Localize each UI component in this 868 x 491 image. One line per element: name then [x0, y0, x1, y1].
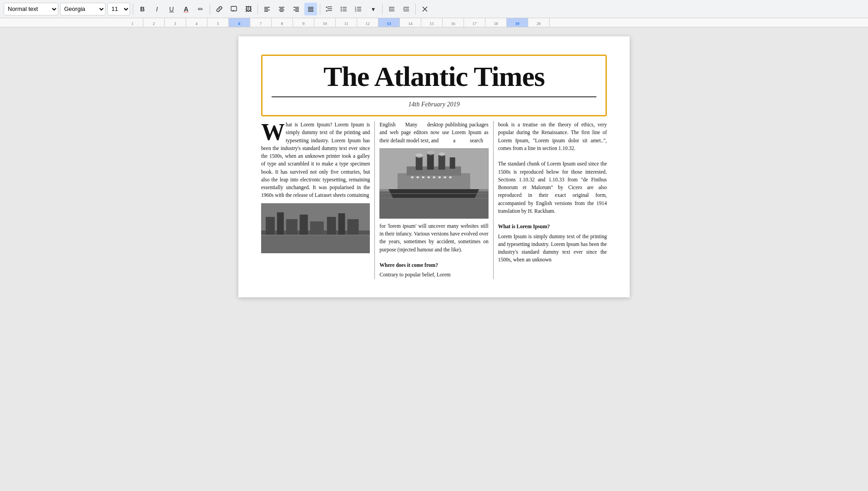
align-right-icon [293, 5, 300, 13]
line-spacing-icon [326, 5, 333, 13]
svg-rect-53 [338, 213, 345, 235]
ruler-tick: 5 [207, 18, 229, 27]
ruler-tick: 15 [421, 18, 443, 27]
svg-rect-73 [428, 176, 430, 178]
ruler-tick: 10 [314, 18, 336, 27]
col2-text2: for 'lorem ipsum' will uncover many webs… [379, 222, 488, 254]
ruler: 1 2 3 4 5 6 7 8 9 10 11 12 13 14 15 16 1… [0, 18, 868, 27]
indent-increase-icon [403, 5, 410, 13]
indent-increase-button[interactable] [400, 3, 413, 15]
insert-comment-button[interactable] [227, 3, 240, 15]
ruler-tick: 17 [464, 18, 485, 27]
font-select[interactable]: Georgia [60, 3, 106, 15]
font-color-button[interactable]: A [180, 3, 192, 15]
svg-point-68 [427, 150, 434, 155]
drop-cap: W [261, 123, 285, 142]
underline-button[interactable]: U [165, 3, 178, 15]
svg-point-27 [341, 8, 342, 9]
col2-text4: Contrary to popular belief, Lorem [379, 271, 488, 279]
bold-button[interactable]: B [136, 3, 149, 15]
column-2: English Many desktop publishing packages… [376, 121, 492, 279]
svg-marker-42 [404, 8, 405, 10]
svg-rect-52 [327, 217, 336, 235]
style-select[interactable]: Normal text [4, 3, 58, 15]
divider-4 [320, 4, 320, 15]
align-center-icon [278, 5, 285, 13]
bullets-button[interactable] [338, 3, 350, 15]
harbor-image [261, 203, 370, 253]
ruler-tick: 14 [400, 18, 421, 27]
ruler-tick: 4 [186, 18, 207, 27]
document-page[interactable]: The Atlantic Times 14th February 2019 Wh… [238, 36, 630, 297]
ruler-tick: 3 [165, 18, 186, 27]
bullets-icon [340, 5, 348, 13]
toolbar: Normal text Georgia 11 B I U A ✏ 🖼 123 ▾ [0, 0, 868, 18]
size-select[interactable]: 11 [107, 3, 130, 15]
column-1: What is Lorem Ipsum? Lorem Ipsum is simp… [261, 121, 373, 279]
ship-svg [379, 148, 488, 219]
col2-ship-image [379, 148, 488, 219]
svg-text:3: 3 [355, 10, 357, 12]
more-list-button[interactable]: ▾ [367, 3, 379, 15]
svg-point-69 [439, 152, 445, 156]
svg-rect-51 [310, 221, 324, 235]
svg-rect-72 [422, 176, 424, 178]
svg-rect-63 [416, 156, 423, 170]
col1-text: What is Lorem Ipsum? Lorem Ipsum is simp… [261, 121, 370, 200]
columns-wrapper: What is Lorem Ipsum? Lorem Ipsum is simp… [261, 121, 607, 279]
italic-button[interactable]: I [151, 3, 163, 15]
align-left-icon [263, 5, 271, 13]
divider-6 [415, 4, 416, 15]
svg-rect-55 [261, 235, 370, 253]
line-spacing-button[interactable] [323, 3, 336, 15]
svg-marker-22 [326, 10, 328, 12]
svg-rect-50 [300, 215, 308, 235]
align-right-button[interactable] [290, 3, 303, 15]
align-left-button[interactable] [261, 3, 273, 15]
ruler-tick: 1 [122, 18, 143, 27]
indent-decrease-button[interactable] [385, 3, 398, 15]
comment-icon [230, 5, 237, 13]
indent-decrease-icon [388, 5, 395, 13]
svg-marker-21 [326, 6, 328, 8]
svg-rect-75 [439, 176, 441, 178]
svg-rect-47 [266, 217, 275, 235]
column-3: book is a treatise on the theory of ethi… [495, 121, 607, 279]
col3-text3: What is Lorem Ipsum? [498, 223, 607, 230]
svg-rect-48 [277, 212, 284, 235]
align-justify-icon [307, 5, 314, 13]
ruler-tick: 11 [336, 18, 357, 27]
svg-rect-49 [286, 219, 298, 235]
divider-1 [133, 4, 133, 15]
highlight-button[interactable]: ✏ [194, 3, 207, 15]
ruler-tick: 20 [528, 18, 550, 27]
ruler-tick: 18 [485, 18, 507, 27]
svg-rect-77 [449, 176, 452, 178]
col3-text2: The standard chunk of Lorem Ipsum used s… [498, 160, 607, 215]
clear-format-button[interactable] [419, 3, 431, 15]
page-wrapper: The Atlantic Times 14th February 2019 Wh… [238, 36, 630, 491]
clear-format-icon [421, 5, 429, 13]
divider-5 [382, 4, 383, 15]
ruler-tick: 7 [250, 18, 272, 27]
divider-2 [210, 4, 210, 15]
link-button[interactable] [213, 3, 226, 15]
align-justify-button[interactable] [304, 3, 317, 15]
link-icon [216, 5, 223, 13]
ruler-tick: 2 [143, 18, 165, 27]
svg-rect-74 [433, 176, 435, 178]
newspaper-title: The Atlantic Times [272, 60, 596, 97]
col-divider-1 [374, 121, 375, 279]
align-center-button[interactable] [275, 3, 288, 15]
numbering-button[interactable]: 123 [352, 3, 365, 15]
svg-rect-66 [450, 157, 455, 169]
ruler-tick: 6 [229, 18, 250, 27]
col1-image [261, 203, 370, 253]
image-button[interactable]: 🖼 [242, 3, 255, 15]
svg-rect-61 [398, 173, 470, 189]
col2-text3: Where does it come from? [379, 261, 488, 269]
col-divider-2 [493, 121, 494, 279]
svg-point-28 [341, 10, 342, 11]
svg-rect-76 [444, 176, 446, 178]
svg-rect-64 [427, 154, 434, 170]
